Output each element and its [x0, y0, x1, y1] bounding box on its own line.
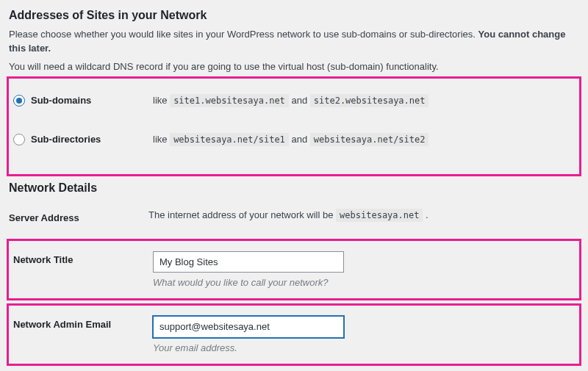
address-type-table: Sub-domains like site1.websitesaya.net a… [13, 87, 575, 165]
subdomains-example: like site1.websitesaya.net and site2.web… [153, 87, 575, 126]
dns-note: You will need a wildcard DNS record if y… [9, 60, 579, 74]
address-type-highlight: Sub-domains like site1.websitesaya.net a… [9, 79, 579, 174]
subdomains-example-1: site1.websitesaya.net [170, 94, 289, 107]
server-address-value: The internet address of your network wil… [148, 201, 579, 235]
network-title-hint: What would you like to call your network… [153, 277, 567, 288]
subdirectories-example: like websitesaya.net/site1 and websitesa… [153, 126, 575, 165]
admin-email-highlight: Network Admin Email Your email address. [9, 306, 579, 364]
network-title-input[interactable] [153, 251, 344, 273]
admin-email-row: Network Admin Email Your email address. [13, 307, 575, 362]
subdirectories-row: Sub-directories like websitesaya.net/sit… [13, 126, 575, 165]
addresses-description: Please choose whether you would like sit… [9, 28, 579, 56]
subdomains-row: Sub-domains like site1.websitesaya.net a… [13, 87, 575, 126]
network-title-highlight: Network Title What would you like to cal… [9, 241, 579, 299]
subdirectories-example-2: websitesaya.net/site2 [310, 133, 429, 146]
admin-email-label: Network Admin Email [13, 307, 153, 362]
subdomains-label: Sub-domains [31, 95, 91, 106]
admin-email-hint: Your email address. [153, 342, 567, 353]
server-address-domain: websitesaya.net [336, 209, 423, 222]
subdirectories-option[interactable]: Sub-directories [13, 134, 101, 145]
server-address-table: Server Address The internet address of y… [9, 201, 579, 235]
subdomains-radio[interactable] [13, 95, 25, 107]
subdomains-example-2: site2.websitesaya.net [310, 94, 429, 107]
addresses-heading: Addresses of Sites in your Network [9, 9, 579, 22]
subdirectories-example-1: websitesaya.net/site1 [170, 133, 289, 146]
subdirectories-radio[interactable] [13, 134, 25, 145]
network-details-heading: Network Details [9, 181, 579, 195]
network-title-row: Network Title What would you like to cal… [13, 242, 575, 298]
network-title-label: Network Title [13, 242, 153, 298]
subdomains-option[interactable]: Sub-domains [13, 95, 91, 107]
server-address-row: Server Address The internet address of y… [9, 201, 579, 235]
addresses-desc-text: Please choose whether you would like sit… [9, 29, 478, 40]
subdirectories-label: Sub-directories [31, 134, 101, 145]
server-address-label: Server Address [9, 201, 148, 235]
admin-email-input[interactable] [153, 316, 344, 338]
